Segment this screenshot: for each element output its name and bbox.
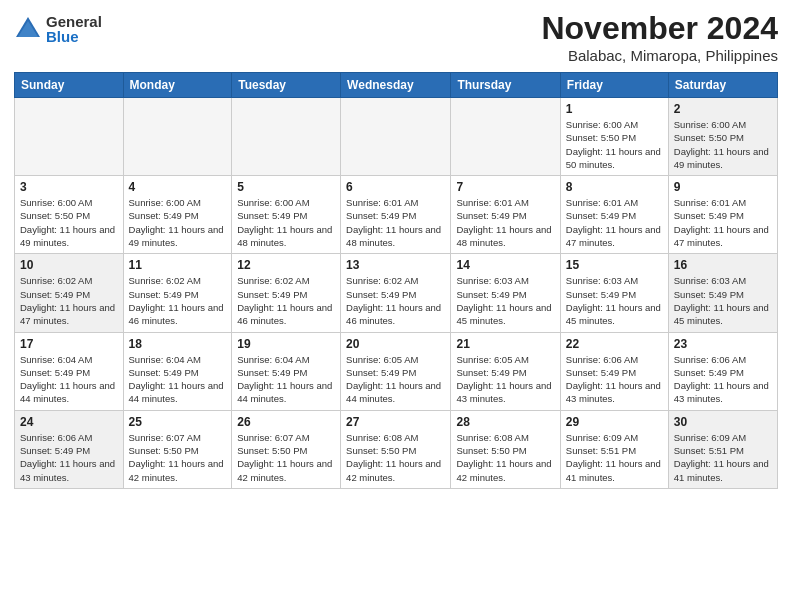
day-info: Sunrise: 6:00 AMSunset: 5:50 PMDaylight:… — [20, 196, 118, 249]
col-header-thursday: Thursday — [451, 73, 560, 98]
day-number: 18 — [129, 337, 227, 351]
calendar-cell: 4Sunrise: 6:00 AMSunset: 5:49 PMDaylight… — [123, 176, 232, 254]
calendar-cell: 24Sunrise: 6:06 AMSunset: 5:49 PMDayligh… — [15, 410, 124, 488]
day-number: 19 — [237, 337, 335, 351]
day-info: Sunrise: 6:03 AMSunset: 5:49 PMDaylight:… — [566, 274, 663, 327]
day-info: Sunrise: 6:02 AMSunset: 5:49 PMDaylight:… — [346, 274, 445, 327]
calendar-cell: 23Sunrise: 6:06 AMSunset: 5:49 PMDayligh… — [668, 332, 777, 410]
day-info: Sunrise: 6:07 AMSunset: 5:50 PMDaylight:… — [129, 431, 227, 484]
title-block: November 2024 Balabac, Mimaropa, Philipp… — [541, 10, 778, 64]
day-number: 1 — [566, 102, 663, 116]
logo-blue: Blue — [46, 29, 102, 44]
col-header-saturday: Saturday — [668, 73, 777, 98]
day-info: Sunrise: 6:04 AMSunset: 5:49 PMDaylight:… — [20, 353, 118, 406]
day-info: Sunrise: 6:00 AMSunset: 5:50 PMDaylight:… — [674, 118, 772, 171]
day-number: 29 — [566, 415, 663, 429]
calendar-cell: 17Sunrise: 6:04 AMSunset: 5:49 PMDayligh… — [15, 332, 124, 410]
day-info: Sunrise: 6:09 AMSunset: 5:51 PMDaylight:… — [566, 431, 663, 484]
day-number: 22 — [566, 337, 663, 351]
day-info: Sunrise: 6:01 AMSunset: 5:49 PMDaylight:… — [674, 196, 772, 249]
calendar-cell: 3Sunrise: 6:00 AMSunset: 5:50 PMDaylight… — [15, 176, 124, 254]
day-info: Sunrise: 6:04 AMSunset: 5:49 PMDaylight:… — [237, 353, 335, 406]
calendar-header-row: SundayMondayTuesdayWednesdayThursdayFrid… — [15, 73, 778, 98]
day-info: Sunrise: 6:02 AMSunset: 5:49 PMDaylight:… — [20, 274, 118, 327]
page: General Blue November 2024 Balabac, Mima… — [0, 0, 792, 612]
calendar-week-4: 17Sunrise: 6:04 AMSunset: 5:49 PMDayligh… — [15, 332, 778, 410]
calendar-cell: 5Sunrise: 6:00 AMSunset: 5:49 PMDaylight… — [232, 176, 341, 254]
day-info: Sunrise: 6:00 AMSunset: 5:50 PMDaylight:… — [566, 118, 663, 171]
day-info: Sunrise: 6:01 AMSunset: 5:49 PMDaylight:… — [566, 196, 663, 249]
col-header-monday: Monday — [123, 73, 232, 98]
day-number: 15 — [566, 258, 663, 272]
day-number: 5 — [237, 180, 335, 194]
calendar-cell: 9Sunrise: 6:01 AMSunset: 5:49 PMDaylight… — [668, 176, 777, 254]
day-info: Sunrise: 6:06 AMSunset: 5:49 PMDaylight:… — [20, 431, 118, 484]
month-title: November 2024 — [541, 10, 778, 47]
day-info: Sunrise: 6:09 AMSunset: 5:51 PMDaylight:… — [674, 431, 772, 484]
calendar-cell: 16Sunrise: 6:03 AMSunset: 5:49 PMDayligh… — [668, 254, 777, 332]
day-info: Sunrise: 6:00 AMSunset: 5:49 PMDaylight:… — [237, 196, 335, 249]
calendar-cell: 1Sunrise: 6:00 AMSunset: 5:50 PMDaylight… — [560, 98, 668, 176]
calendar-cell: 27Sunrise: 6:08 AMSunset: 5:50 PMDayligh… — [341, 410, 451, 488]
calendar-cell: 6Sunrise: 6:01 AMSunset: 5:49 PMDaylight… — [341, 176, 451, 254]
calendar-cell: 11Sunrise: 6:02 AMSunset: 5:49 PMDayligh… — [123, 254, 232, 332]
day-info: Sunrise: 6:05 AMSunset: 5:49 PMDaylight:… — [456, 353, 554, 406]
calendar-cell — [451, 98, 560, 176]
day-number: 13 — [346, 258, 445, 272]
day-number: 20 — [346, 337, 445, 351]
day-number: 7 — [456, 180, 554, 194]
calendar-cell: 30Sunrise: 6:09 AMSunset: 5:51 PMDayligh… — [668, 410, 777, 488]
calendar-cell: 22Sunrise: 6:06 AMSunset: 5:49 PMDayligh… — [560, 332, 668, 410]
day-info: Sunrise: 6:06 AMSunset: 5:49 PMDaylight:… — [566, 353, 663, 406]
col-header-friday: Friday — [560, 73, 668, 98]
calendar-cell: 14Sunrise: 6:03 AMSunset: 5:49 PMDayligh… — [451, 254, 560, 332]
day-info: Sunrise: 6:03 AMSunset: 5:49 PMDaylight:… — [456, 274, 554, 327]
day-info: Sunrise: 6:05 AMSunset: 5:49 PMDaylight:… — [346, 353, 445, 406]
logo: General Blue — [14, 14, 102, 44]
calendar-week-1: 1Sunrise: 6:00 AMSunset: 5:50 PMDaylight… — [15, 98, 778, 176]
calendar-cell: 29Sunrise: 6:09 AMSunset: 5:51 PMDayligh… — [560, 410, 668, 488]
calendar-cell: 13Sunrise: 6:02 AMSunset: 5:49 PMDayligh… — [341, 254, 451, 332]
calendar-cell: 18Sunrise: 6:04 AMSunset: 5:49 PMDayligh… — [123, 332, 232, 410]
day-number: 3 — [20, 180, 118, 194]
calendar-cell: 26Sunrise: 6:07 AMSunset: 5:50 PMDayligh… — [232, 410, 341, 488]
calendar-cell — [15, 98, 124, 176]
day-info: Sunrise: 6:00 AMSunset: 5:49 PMDaylight:… — [129, 196, 227, 249]
day-number: 14 — [456, 258, 554, 272]
day-number: 11 — [129, 258, 227, 272]
day-number: 28 — [456, 415, 554, 429]
day-info: Sunrise: 6:04 AMSunset: 5:49 PMDaylight:… — [129, 353, 227, 406]
day-info: Sunrise: 6:07 AMSunset: 5:50 PMDaylight:… — [237, 431, 335, 484]
calendar-cell — [232, 98, 341, 176]
day-number: 25 — [129, 415, 227, 429]
day-number: 10 — [20, 258, 118, 272]
day-info: Sunrise: 6:01 AMSunset: 5:49 PMDaylight:… — [456, 196, 554, 249]
day-number: 6 — [346, 180, 445, 194]
calendar-cell: 21Sunrise: 6:05 AMSunset: 5:49 PMDayligh… — [451, 332, 560, 410]
day-number: 8 — [566, 180, 663, 194]
logo-general: General — [46, 14, 102, 29]
day-number: 2 — [674, 102, 772, 116]
calendar-cell: 15Sunrise: 6:03 AMSunset: 5:49 PMDayligh… — [560, 254, 668, 332]
day-number: 30 — [674, 415, 772, 429]
calendar-cell: 7Sunrise: 6:01 AMSunset: 5:49 PMDaylight… — [451, 176, 560, 254]
calendar-cell: 2Sunrise: 6:00 AMSunset: 5:50 PMDaylight… — [668, 98, 777, 176]
day-number: 17 — [20, 337, 118, 351]
header: General Blue November 2024 Balabac, Mima… — [14, 10, 778, 64]
col-header-sunday: Sunday — [15, 73, 124, 98]
calendar-cell: 28Sunrise: 6:08 AMSunset: 5:50 PMDayligh… — [451, 410, 560, 488]
calendar-cell: 12Sunrise: 6:02 AMSunset: 5:49 PMDayligh… — [232, 254, 341, 332]
calendar-cell — [341, 98, 451, 176]
day-number: 21 — [456, 337, 554, 351]
calendar-week-2: 3Sunrise: 6:00 AMSunset: 5:50 PMDaylight… — [15, 176, 778, 254]
col-header-wednesday: Wednesday — [341, 73, 451, 98]
day-info: Sunrise: 6:01 AMSunset: 5:49 PMDaylight:… — [346, 196, 445, 249]
calendar-week-5: 24Sunrise: 6:06 AMSunset: 5:49 PMDayligh… — [15, 410, 778, 488]
day-info: Sunrise: 6:08 AMSunset: 5:50 PMDaylight:… — [456, 431, 554, 484]
day-info: Sunrise: 6:02 AMSunset: 5:49 PMDaylight:… — [237, 274, 335, 327]
calendar-cell: 19Sunrise: 6:04 AMSunset: 5:49 PMDayligh… — [232, 332, 341, 410]
day-number: 4 — [129, 180, 227, 194]
day-number: 12 — [237, 258, 335, 272]
day-info: Sunrise: 6:02 AMSunset: 5:49 PMDaylight:… — [129, 274, 227, 327]
day-number: 26 — [237, 415, 335, 429]
